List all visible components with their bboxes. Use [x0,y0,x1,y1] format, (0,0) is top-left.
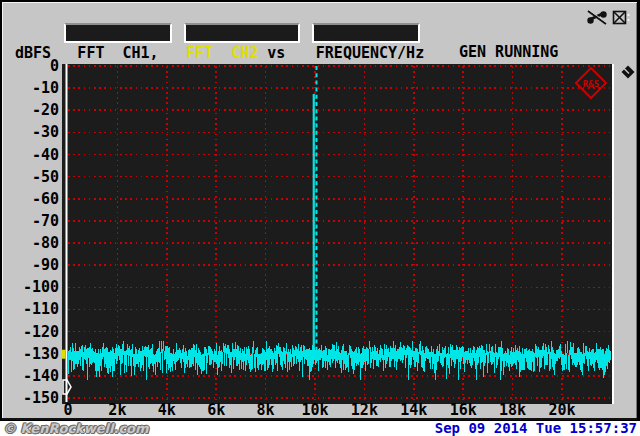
instrument-bezel: dBFS FFT CH1, FFT CH2 vs FREQUENCY/Hz GE… [0,0,640,421]
noise-floor-trace [69,341,611,381]
x-tick-label: 18k [491,403,535,418]
trace2-name: FFT CH2 [186,44,258,62]
trace2-display-field[interactable] [184,23,300,43]
y-tick-label: -60 [2,191,59,207]
audio-analyzer-screenshot: dBFS FFT CH1, FFT CH2 vs FREQUENCY/Hz GE… [0,0,640,436]
y-tick-label: -80 [2,235,59,251]
y-tick-label: -120 [2,324,59,340]
x-tick-label: 8k [244,403,288,418]
y-tick-label: -20 [2,102,59,118]
trace1-label: FFT CH1, [64,46,172,61]
y-tick-label: 0 [2,58,59,74]
trace2-label: FFT CH2 vs [186,46,285,61]
marker-diamond-icon [621,65,635,79]
datetime: Sep 09 2014 Tue 15:57:37 [435,421,637,436]
generator-status: GEN RUNNING [459,44,613,61]
x-tick-label: 12k [342,403,386,418]
watermark: © KenRockwell.com [3,421,149,436]
y-tick-label: -40 [2,147,59,163]
x-tick-label: 16k [441,403,485,418]
xaxis-field-label: FREQUENCY/Hz [312,46,428,61]
spectrum-plot-area: R&S [62,64,614,404]
y-tick-label: -70 [2,213,59,229]
x-tick-label: 2k [95,403,139,418]
x-tick-label: 4k [145,403,189,418]
vs-label: vs [258,44,285,62]
y-tick-label: -10 [2,80,59,96]
speaker-muted-icon [612,9,634,26]
footer-strip: © KenRockwell.com Sep 09 2014 Tue 15:57:… [0,421,640,436]
spectrum-plot [62,64,612,404]
rs-logo: R&S [574,66,608,100]
x-tick-label: 10k [293,403,337,418]
y-tick-label: -90 [2,257,59,273]
x-tick-label: 0 [46,403,90,418]
x-tick-label: 6k [194,403,238,418]
y-tick-label: -110 [2,301,59,317]
y-tick-label: -100 [2,279,59,295]
y-tick-label: -130 [2,346,59,362]
handset-muted-icon [586,9,609,26]
frequency-display-field[interactable] [312,23,420,43]
y-tick-label: -30 [2,124,59,140]
yellow-edge-marker [62,350,66,359]
header-icons [586,9,636,27]
rs-logo-text: R&S [583,79,599,89]
y-tick-label: -140 [2,368,59,384]
x-tick-label: 14k [392,403,436,418]
trace1-display-field[interactable] [64,23,172,43]
x-tick-label: 20k [540,403,584,418]
y-tick-label: -50 [2,169,59,185]
